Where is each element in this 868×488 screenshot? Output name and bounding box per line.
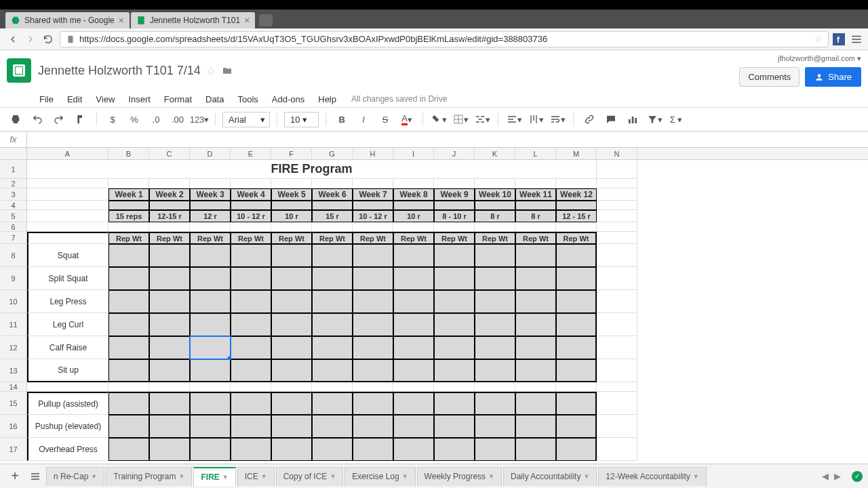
cell[interactable]: Rep Wt (475, 232, 515, 244)
cell[interactable]: 10 - 12 r (231, 210, 271, 222)
cell[interactable] (556, 359, 597, 382)
cell[interactable] (597, 210, 637, 222)
cell[interactable] (597, 290, 637, 313)
browser-tab[interactable]: Jennette Holzworth T101 × (131, 12, 255, 28)
cell[interactable] (393, 438, 434, 461)
cell[interactable] (393, 290, 434, 313)
cell[interactable] (475, 179, 515, 188)
row-header[interactable]: 11 (0, 313, 27, 336)
row-header[interactable]: 4 (0, 201, 27, 210)
cell[interactable]: Week 3 (190, 188, 231, 201)
cell[interactable] (597, 244, 637, 267)
comments-button[interactable]: Comments (739, 67, 800, 87)
row-header[interactable]: 8 (0, 244, 27, 267)
cell[interactable] (434, 201, 475, 210)
cell[interactable] (475, 201, 515, 210)
cell[interactable] (108, 267, 149, 290)
cell[interactable] (271, 392, 312, 415)
cell[interactable] (515, 267, 556, 290)
row-header[interactable]: 1 (0, 160, 27, 179)
cell[interactable] (393, 222, 434, 232)
cell[interactable] (190, 267, 231, 290)
cell[interactable] (597, 160, 637, 179)
sheet-tab[interactable]: Exercise Log▼ (344, 467, 415, 486)
cell[interactable] (190, 392, 231, 415)
cell[interactable] (149, 244, 190, 267)
cell[interactable] (434, 438, 475, 461)
cell[interactable] (393, 415, 434, 438)
cell[interactable]: Week 10 (475, 188, 515, 201)
cell[interactable] (515, 201, 556, 210)
cell[interactable]: Rep Wt (312, 232, 353, 244)
cell[interactable]: 15 reps (108, 210, 149, 222)
row-header[interactable]: 13 (0, 359, 27, 382)
print-icon[interactable] (7, 110, 24, 128)
cell[interactable] (231, 290, 271, 313)
cell[interactable] (108, 438, 149, 461)
sheet-tab[interactable]: Training Program▼ (106, 467, 192, 486)
paint-format-icon[interactable] (72, 110, 90, 128)
cell[interactable] (149, 392, 190, 415)
fill-color-icon[interactable]: ▾ (430, 110, 448, 128)
cell[interactable]: Sit up (27, 359, 108, 382)
cell[interactable] (271, 244, 312, 267)
cell[interactable]: Week 12 (556, 188, 597, 201)
cell[interactable] (353, 313, 393, 336)
reload-button[interactable] (41, 32, 56, 47)
cell[interactable] (434, 267, 475, 290)
cell[interactable] (312, 201, 353, 210)
cell[interactable] (556, 438, 597, 461)
cell[interactable] (231, 336, 271, 359)
cell[interactable] (515, 179, 556, 188)
cell[interactable] (271, 201, 312, 210)
cell[interactable]: Week 11 (515, 188, 556, 201)
cell[interactable] (597, 438, 637, 461)
merge-icon[interactable]: ▾ (473, 110, 491, 128)
cell[interactable] (434, 336, 475, 359)
cell[interactable] (475, 392, 515, 415)
cell[interactable] (434, 222, 475, 232)
cell[interactable]: Rep Wt (231, 232, 271, 244)
cell[interactable] (271, 415, 312, 438)
tab-prev-icon[interactable]: ◀ (822, 471, 829, 482)
cell[interactable] (231, 438, 271, 461)
sheet-tab[interactable]: Daily Accountability▼ (503, 467, 597, 486)
cell[interactable] (515, 222, 556, 232)
cell[interactable] (108, 359, 149, 382)
sheet-tab[interactable]: ICE▼ (237, 467, 275, 486)
cell[interactable] (556, 336, 597, 359)
cell[interactable] (556, 415, 597, 438)
cell[interactable] (312, 244, 353, 267)
cell[interactable] (108, 415, 149, 438)
cell[interactable] (190, 359, 231, 382)
cell[interactable] (149, 382, 190, 392)
align-vertical-icon[interactable]: ▾ (527, 110, 545, 128)
sheet-tab[interactable]: Copy of ICE▼ (276, 467, 344, 486)
cell[interactable] (556, 392, 597, 415)
cell[interactable] (597, 267, 637, 290)
cell[interactable] (108, 313, 149, 336)
cell[interactable]: Leg Curl (27, 313, 108, 336)
cell[interactable] (312, 359, 353, 382)
cell[interactable] (27, 201, 108, 210)
cell[interactable] (271, 313, 312, 336)
cell[interactable]: Rep Wt (271, 232, 312, 244)
cell[interactable] (597, 313, 637, 336)
formula-input[interactable] (27, 131, 868, 147)
cell[interactable] (108, 336, 149, 359)
cell[interactable]: 8 r (515, 210, 556, 222)
cell[interactable]: 12 r (190, 210, 231, 222)
cell[interactable]: Rep Wt (149, 232, 190, 244)
cell[interactable]: Week 1 (108, 188, 149, 201)
cell[interactable] (434, 382, 475, 392)
chart-icon[interactable] (624, 110, 642, 128)
add-sheet-button[interactable]: + (5, 467, 24, 486)
cell[interactable] (515, 336, 556, 359)
menu-icon[interactable] (850, 33, 863, 45)
column-header[interactable]: K (475, 148, 515, 159)
cell[interactable] (312, 313, 353, 336)
cell[interactable] (149, 438, 190, 461)
cell[interactable] (475, 382, 515, 392)
cell[interactable] (271, 222, 312, 232)
cell[interactable] (190, 244, 231, 267)
